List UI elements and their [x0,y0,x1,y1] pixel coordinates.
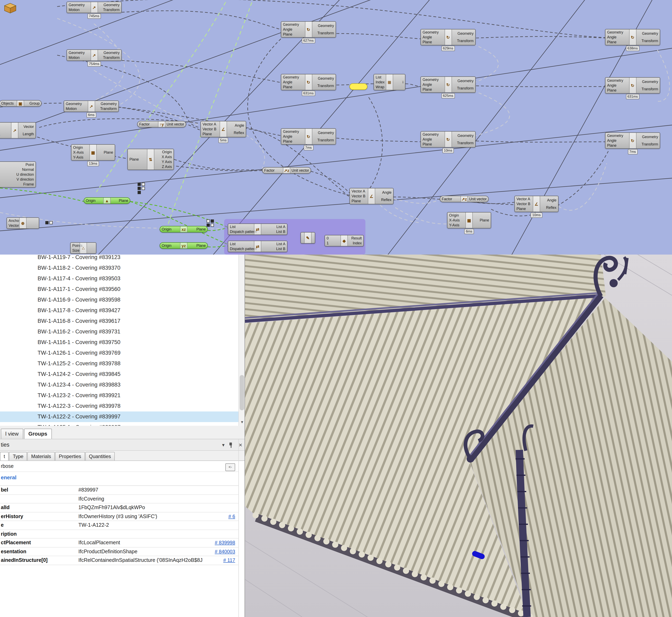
gh-input-port[interactable]: Vector B [515,201,533,206]
gh-input-port[interactable]: Plane [421,40,444,44]
gh-input-port[interactable]: X-Axis [447,218,465,223]
gh-node[interactable]: GeometryAnglePlane ↻ GeometryTransform 6… [605,29,660,45]
gh-node-body[interactable]: Origin ▲ Plane [84,197,130,204]
gh-output-port[interactable]: Unit vector [468,197,488,201]
gh-input-port[interactable]: t A [0,123,11,128]
gh-node-body[interactable]: 01 ◆ ResultIndex [325,235,364,246]
gh-node-body[interactable]: GeometryAnglePlane ↻ GeometryTransform [281,128,336,145]
tree-item[interactable]: TW-1-A124-2 - Covering #839845 [0,369,239,380]
gh-output-port[interactable]: Plane [473,218,491,223]
gh-input-port[interactable]: Plane [421,87,444,92]
gh-input-port[interactable]: Angle [421,35,444,40]
gh-node[interactable]: t At Bize ↗ VectorLength [0,122,36,139]
gh-node-body[interactable]: GeometryAnglePlane ↻ GeometryTransform [605,133,660,149]
gh-node[interactable]: GeometryAnglePlane ↻ GeometryTransform 7… [281,128,336,145]
gh-input-port[interactable]: 1 [325,241,340,246]
gh-input-port[interactable]: List [228,224,254,229]
gh-node-body[interactable]: GeometryMotion ↗ GeometryTransform [64,100,119,112]
gh-output-port[interactable]: Index [348,241,363,246]
gh-output-port[interactable]: Transform [312,138,336,143]
gh-output-port[interactable]: Transform [636,38,660,43]
gh-output-port[interactable]: Unit vector [165,122,186,127]
gh-input-port[interactable]: Plane [515,206,533,211]
property-row[interactable]: ctPlacement IfcLocalPlacement # 839998 [0,539,239,547]
gh-output-port[interactable]: Geometry [312,130,336,135]
properties-tab[interactable]: Materials [28,452,55,460]
tree-item[interactable]: TW-1-A126-1 - Covering #839769 [0,348,239,358]
gh-output-port[interactable]: i [393,80,405,84]
gh-output-port[interactable]: Plane [111,198,130,203]
gh-input-port[interactable]: Angle [281,27,305,32]
gh-node-body[interactable]: Origin yz Plane [159,242,208,249]
gh-input-port[interactable]: Origin [71,145,89,150]
gh-node[interactable]: OriginX-AxisY-Axis ▦ Plane 13ms [71,144,115,161]
gh-output-port[interactable]: Transform [98,55,121,60]
gh-node[interactable]: AnchorVector ⊕ [7,217,39,229]
gh-input-port[interactable]: Angle [606,138,629,143]
tree-item[interactable]: TW-1-A125-1 - Covering #839907 [0,422,239,426]
gh-output-port[interactable]: Point [4,162,35,167]
gh-node[interactable]: ListDispatch pattern ⇄ List AList B [228,223,287,235]
gh-output-port[interactable]: Result [348,236,363,241]
gh-input-port[interactable]: Factor [440,197,460,201]
property-row[interactable]: ription [0,530,239,539]
gh-node-body[interactable]: t At Bize ↗ VectorLength [0,122,36,139]
gh-node[interactable]: PointNormalU directionV directionFrame [0,161,36,188]
gh-node-body[interactable]: AnchorVector ⊕ [7,217,39,229]
gh-input-port[interactable]: List [374,75,386,80]
gh-output-port[interactable]: Plane [188,243,208,248]
gh-node[interactable]: Factor ↑y Unit vector [137,121,186,128]
gh-output-port[interactable]: Y Axis [154,159,174,164]
gh-node-body[interactable]: ✎ [301,232,315,243]
gh-node[interactable]: GeometryAnglePlane ↻ GeometryTransform 7… [605,133,660,149]
gh-node[interactable]: GeometryMotion ↗ GeometryTransform 745ms [66,2,122,13]
gh-node[interactable]: ListDispatch pattern ⇄ List AList B [228,241,287,252]
gh-node-body[interactable]: GeometryAnglePlane ↻ GeometryTransform [605,77,660,93]
pin-icon[interactable] [228,441,234,448]
gh-input-port[interactable]: Objects [0,101,17,106]
gh-node-body[interactable]: Vector AVector BPlane ∠ AngleReflex [515,196,559,212]
gh-node[interactable]: Factor ↗z Unit vector [262,167,311,174]
gh-node[interactable] [349,83,367,90]
gh-input-port[interactable]: Plane [281,32,305,37]
gh-input-port[interactable]: Plane [606,88,629,93]
gh-node[interactable]: GeometryAnglePlane ↻ GeometryTransform 6… [420,76,475,93]
gh-input-port[interactable]: Points [71,243,80,248]
gh-input-port[interactable]: Plane [128,157,147,162]
property-reference-link[interactable]: # 117 [203,556,239,565]
gh-output-port[interactable]: Length [18,132,35,137]
gh-output-port[interactable]: Normal [4,167,35,172]
gh-input-port[interactable]: Geometry [421,132,444,137]
gh-input-port[interactable]: Factor [137,122,158,127]
gh-input-port[interactable]: List [228,241,254,246]
tree-item[interactable]: TW-1-A122-3 - Covering #839978 [0,401,239,411]
properties-tab[interactable]: t [0,452,9,460]
gh-input-port[interactable]: Plane [606,40,629,44]
gh-node[interactable]: Origin ▲ Plane [84,197,130,204]
gh-output-port[interactable]: Plane [97,150,115,155]
gh-output-port[interactable]: List B [261,229,287,234]
gh-node-body[interactable]: ListIndexWrap ⊞ i [374,74,405,90]
gh-output-port[interactable]: Plane [188,227,208,232]
gh-output-port[interactable]: Transform [636,142,660,147]
gh-input-port[interactable]: Angle [606,83,629,88]
gh-node-body[interactable]: Factor ↗z Unit vector [262,167,311,174]
gh-input-port[interactable]: Anchor [7,218,19,223]
gh-node[interactable]: Plane ⇅ OriginX AxisY AxisZ Axis [127,149,174,170]
gh-node-body[interactable]: GeometryMotion ↗ GeometryTransform [66,49,122,61]
tree-item[interactable]: BW-1-A117-8 - Covering #839427 [0,305,239,316]
gh-node-body[interactable]: Vector AVector BPlane ∠ AngleReflex [201,121,246,137]
tree-scrollbar[interactable]: ▼ [239,254,245,426]
gh-output-port[interactable]: Origin [154,150,174,155]
gh-input-port[interactable]: Index [374,80,386,84]
gh-output-port[interactable]: Transform [452,38,475,43]
property-row[interactable]: esentation IfcProductDefinitionShape # 8… [0,547,239,556]
gh-input-port[interactable]: Motion [64,106,87,111]
gh-node-body[interactable]: ListDispatch pattern ⇄ List AList B [228,223,287,235]
gh-node-body[interactable]: Objects ▣ Group [0,100,42,107]
gh-node[interactable]: GeometryAnglePlane ↻ GeometryTransform 6… [281,74,336,90]
gh-output-port[interactable]: Angle [540,198,558,203]
gh-output-port[interactable]: Transform [312,83,336,88]
gh-node[interactable]: GeometryMotion ↗ GeometryTransform 754ms [66,49,122,61]
gh-input-port[interactable]: Geometry [421,30,444,35]
